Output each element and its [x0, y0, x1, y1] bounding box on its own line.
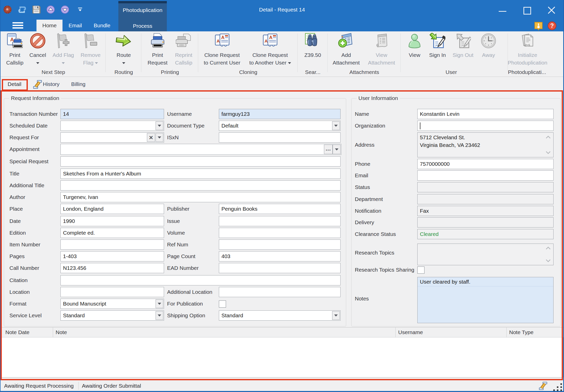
svg-text:A: A [217, 39, 220, 44]
svg-text:A: A [221, 35, 224, 40]
svg-text:?: ? [550, 22, 554, 29]
svg-text:A: A [265, 39, 268, 44]
svg-text:A: A [269, 35, 272, 40]
svg-text:A: A [10, 37, 14, 42]
